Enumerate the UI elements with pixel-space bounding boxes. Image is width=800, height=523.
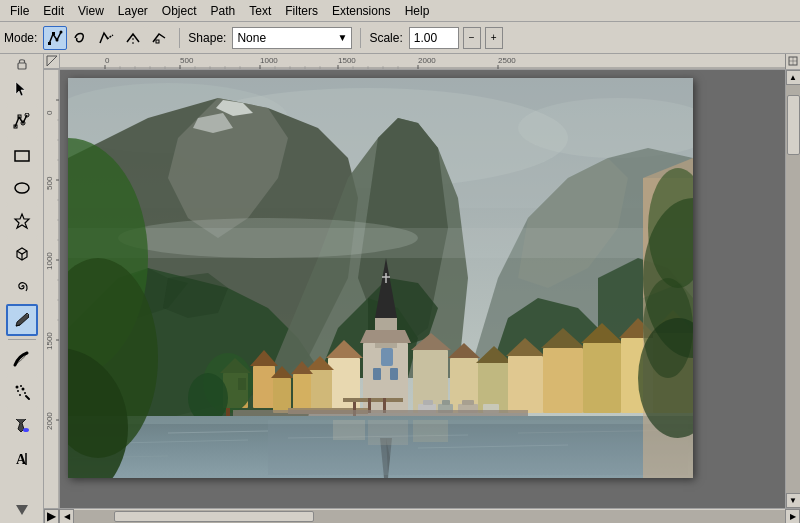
- svg-point-151: [188, 373, 228, 423]
- ruler-corner: [44, 54, 60, 69]
- svg-point-19: [24, 392, 26, 394]
- toolbar-expand-btn[interactable]: [6, 501, 38, 521]
- canvas-image-container: [68, 78, 693, 478]
- svg-text:2000: 2000: [418, 56, 436, 65]
- svg-rect-146: [442, 400, 450, 405]
- svg-rect-165: [333, 420, 365, 440]
- svg-rect-103: [253, 366, 275, 408]
- menu-filters[interactable]: Filters: [279, 2, 324, 20]
- menu-layer[interactable]: Layer: [112, 2, 154, 20]
- svg-point-20: [19, 394, 21, 396]
- tool-node[interactable]: [6, 106, 38, 138]
- shape-dropdown-arrow: ▼: [338, 32, 348, 43]
- svg-text:2000: 2000: [45, 412, 54, 430]
- menu-view[interactable]: View: [72, 2, 110, 20]
- svg-point-17: [17, 390, 19, 392]
- scale-input[interactable]: 1.00: [409, 27, 459, 49]
- bottom-area: ▶ ◀ ▶: [44, 508, 800, 523]
- tool-spiral[interactable]: [6, 271, 38, 303]
- main-area: A 0 500: [0, 54, 800, 523]
- svg-point-99: [118, 218, 418, 258]
- svg-rect-108: [381, 348, 393, 366]
- mode-label: Mode:: [4, 31, 37, 45]
- menu-edit[interactable]: Edit: [37, 2, 70, 20]
- mode-segments-btn[interactable]: [121, 26, 145, 50]
- svg-text:1500: 1500: [45, 332, 54, 350]
- scroll-bar-horizontal: ▶ ◀ ▶: [44, 508, 800, 523]
- ruler-left: 0 500 1000 1500 2000: [44, 70, 60, 508]
- svg-marker-24: [16, 505, 28, 515]
- svg-rect-11: [15, 151, 29, 161]
- svg-text:500: 500: [45, 176, 54, 190]
- tool-spray[interactable]: [6, 376, 38, 408]
- canvas-area: 0 500 1000 1500 2000 2500: [44, 54, 800, 523]
- svg-rect-167: [413, 420, 448, 442]
- menu-path[interactable]: Path: [205, 2, 242, 20]
- canvas-viewport[interactable]: [60, 70, 785, 508]
- svg-rect-148: [462, 400, 474, 405]
- svg-point-3: [60, 30, 63, 33]
- ruler-horizontal: 0 500 1000 1500 2000 2500: [60, 54, 785, 69]
- svg-rect-124: [508, 356, 543, 413]
- mode-bezier-btn[interactable]: [43, 26, 67, 50]
- svg-rect-106: [373, 368, 381, 380]
- scroll-thumb-horizontal[interactable]: [114, 511, 314, 522]
- svg-point-16: [20, 385, 22, 387]
- left-toolbar: A: [0, 54, 44, 523]
- page-button[interactable]: [785, 54, 800, 69]
- svg-rect-139: [343, 398, 403, 402]
- scroll-left-btn[interactable]: ◀: [59, 509, 74, 524]
- menu-text[interactable]: Text: [243, 2, 277, 20]
- scale-decrease-btn[interactable]: −: [463, 27, 481, 49]
- scroll-down-btn[interactable]: ▼: [786, 493, 801, 508]
- svg-rect-157: [268, 420, 688, 475]
- scale-value: 1.00: [414, 31, 437, 45]
- scroll-right-btn[interactable]: ▶: [785, 509, 800, 524]
- scale-increase-btn[interactable]: +: [485, 27, 503, 49]
- svg-rect-107: [390, 368, 398, 380]
- scroll-up-btn[interactable]: ▲: [786, 70, 801, 85]
- tool-rectangle[interactable]: [6, 139, 38, 171]
- menu-file[interactable]: File: [4, 2, 35, 20]
- svg-rect-166: [368, 420, 408, 445]
- svg-rect-5: [156, 40, 159, 43]
- svg-point-15: [15, 386, 18, 389]
- svg-rect-1: [52, 32, 55, 35]
- svg-point-21: [23, 428, 29, 432]
- mode-constraint-btn[interactable]: [147, 26, 171, 50]
- tool-pencil[interactable]: [6, 304, 38, 336]
- menu-extensions[interactable]: Extensions: [326, 2, 397, 20]
- scroll-track-horizontal[interactable]: [74, 510, 785, 523]
- menu-help[interactable]: Help: [399, 2, 436, 20]
- menu-object[interactable]: Object: [156, 2, 203, 20]
- tool-sep-1: [8, 339, 36, 340]
- tool-calligraphy[interactable]: [6, 343, 38, 375]
- mode-spiro-btn[interactable]: [69, 26, 93, 50]
- svg-rect-6: [18, 63, 26, 69]
- tool-selector[interactable]: [6, 73, 38, 105]
- canvas-row: 0 500 1000 1500 2000: [44, 70, 800, 508]
- expand-left-btn[interactable]: ▶: [44, 509, 59, 524]
- svg-text:1500: 1500: [338, 56, 356, 65]
- svg-rect-116: [308, 370, 332, 413]
- svg-text:0: 0: [45, 110, 54, 115]
- svg-point-2: [56, 38, 59, 41]
- menu-bar: File Edit View Layer Object Path Text Fi…: [0, 0, 800, 22]
- svg-rect-126: [543, 348, 583, 413]
- svg-text:2500: 2500: [498, 56, 516, 65]
- svg-point-12: [15, 183, 29, 193]
- lock-icon: [15, 57, 29, 71]
- tool-star[interactable]: [6, 205, 38, 237]
- scroll-track-vertical[interactable]: [786, 85, 801, 493]
- scale-label: Scale:: [369, 31, 402, 45]
- shape-value: None: [237, 31, 266, 45]
- tool-ellipse[interactable]: [6, 172, 38, 204]
- shape-dropdown[interactable]: None ▼: [232, 27, 352, 49]
- tool-text[interactable]: A: [6, 442, 38, 474]
- scroll-thumb-vertical[interactable]: [787, 95, 800, 155]
- tool-fill[interactable]: [6, 409, 38, 441]
- svg-text:0: 0: [105, 56, 110, 65]
- mode-bspline-btn[interactable]: [95, 26, 119, 50]
- svg-text:1000: 1000: [260, 56, 278, 65]
- tool-3dbox[interactable]: [6, 238, 38, 270]
